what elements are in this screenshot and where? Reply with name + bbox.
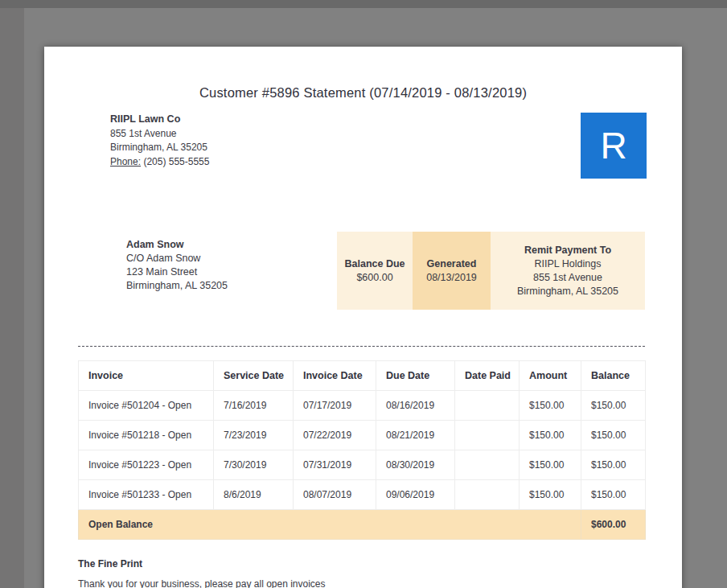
invoice-table: Invoice Service Date Invoice Date Due Da… bbox=[78, 360, 646, 540]
cell-amount: $150.00 bbox=[520, 421, 581, 450]
company-logo: R bbox=[581, 113, 647, 179]
cell-invoice-date: 07/17/2019 bbox=[294, 391, 376, 421]
balance-due-value: $600.00 bbox=[337, 271, 413, 285]
company-address-line2: Birmingham, AL 35205 bbox=[110, 141, 209, 155]
remit-name: RIIPL Holdings bbox=[491, 257, 645, 271]
col-header-amount: Amount bbox=[520, 361, 581, 391]
cell-invoice-date: 07/31/2019 bbox=[294, 450, 376, 480]
cell-invoice: Invoice #501204 - Open bbox=[79, 391, 214, 421]
fine-print-heading: The Fine Print bbox=[78, 558, 142, 569]
remit-label: Remit Payment To bbox=[491, 244, 645, 257]
dashed-divider bbox=[78, 346, 645, 347]
phone-number: (205) 555-5555 bbox=[143, 156, 209, 167]
customer-address-line2: Birmingham, AL 35205 bbox=[126, 279, 228, 293]
table-row: Invoice #501218 - Open 7/23/2019 07/22/2… bbox=[79, 421, 646, 450]
open-balance-value: $600.00 bbox=[581, 510, 646, 540]
remit-address2: Birmingham, AL 35205 bbox=[491, 285, 645, 298]
cell-amount: $150.00 bbox=[520, 480, 581, 510]
cell-due-date: 08/21/2019 bbox=[376, 421, 455, 450]
page-title: Customer #5896 Statement (07/14/2019 - 0… bbox=[44, 85, 682, 101]
company-logo-letter: R bbox=[600, 127, 626, 164]
cell-service-date: 7/30/2019 bbox=[214, 450, 294, 480]
cell-due-date: 08/30/2019 bbox=[376, 450, 455, 480]
company-phone-line: Phone: (205) 555-5555 bbox=[110, 155, 209, 170]
table-header-row: Invoice Service Date Invoice Date Due Da… bbox=[79, 361, 646, 391]
col-header-date-paid: Date Paid bbox=[455, 361, 520, 391]
col-header-balance: Balance bbox=[581, 361, 646, 391]
generated-value: 08/13/2019 bbox=[413, 271, 491, 285]
cell-amount: $150.00 bbox=[520, 450, 581, 480]
cell-date-paid bbox=[455, 450, 520, 480]
cell-invoice-date: 08/07/2019 bbox=[294, 480, 376, 510]
statement-page: Customer #5896 Statement (07/14/2019 - 0… bbox=[44, 47, 682, 588]
cell-balance: $150.00 bbox=[581, 391, 646, 421]
cell-balance: $150.00 bbox=[581, 450, 646, 480]
cell-invoice-date: 07/22/2019 bbox=[294, 421, 376, 450]
company-address-line1: 855 1st Avenue bbox=[110, 127, 209, 142]
cell-date-paid bbox=[455, 421, 520, 450]
customer-name: Adam Snow bbox=[126, 238, 228, 252]
summary-generated-cell: Generated 08/13/2019 bbox=[413, 232, 491, 310]
col-header-invoice: Invoice bbox=[79, 361, 214, 391]
col-header-due-date: Due Date bbox=[376, 361, 455, 391]
cell-service-date: 7/23/2019 bbox=[214, 421, 294, 450]
statement-summary-box: Balance Due $600.00 Generated 08/13/2019… bbox=[337, 232, 645, 310]
cell-due-date: 08/16/2019 bbox=[376, 391, 455, 421]
table-row: Invoice #501223 - Open 7/30/2019 07/31/2… bbox=[79, 450, 646, 480]
phone-label: Phone: bbox=[110, 156, 141, 167]
table-row: Invoice #501233 - Open 8/6/2019 08/07/20… bbox=[79, 480, 646, 510]
generated-label: Generated bbox=[413, 257, 491, 271]
table-row: Invoice #501204 - Open 7/16/2019 07/17/2… bbox=[79, 391, 646, 421]
cell-balance: $150.00 bbox=[581, 480, 646, 510]
customer-care-of: C/O Adam Snow bbox=[126, 252, 228, 265]
cell-balance: $150.00 bbox=[581, 421, 646, 450]
summary-remit-cell: Remit Payment To RIIPL Holdings 855 1st … bbox=[491, 232, 645, 310]
company-address-block: RIIPL Lawn Co 855 1st Avenue Birmingham,… bbox=[110, 113, 209, 169]
cell-date-paid bbox=[455, 391, 520, 421]
balance-due-label: Balance Due bbox=[337, 257, 413, 271]
col-header-service-date: Service Date bbox=[214, 361, 294, 391]
remit-address1: 855 1st Avenue bbox=[491, 271, 645, 285]
open-balance-row: Open Balance $600.00 bbox=[79, 510, 646, 540]
viewer-top-bar bbox=[0, 0, 727, 8]
cell-service-date: 7/16/2019 bbox=[214, 391, 294, 421]
cell-invoice: Invoice #501233 - Open bbox=[79, 480, 214, 510]
viewer-left-bar bbox=[0, 8, 24, 588]
open-balance-label: Open Balance bbox=[79, 510, 581, 540]
summary-balance-due-cell: Balance Due $600.00 bbox=[337, 232, 413, 310]
customer-address-block: Adam Snow C/O Adam Snow 123 Main Street … bbox=[126, 238, 228, 293]
customer-address-line1: 123 Main Street bbox=[126, 265, 228, 279]
col-header-invoice-date: Invoice Date bbox=[294, 361, 376, 391]
cell-date-paid bbox=[455, 480, 520, 510]
cell-due-date: 09/06/2019 bbox=[376, 480, 455, 510]
company-name: RIIPL Lawn Co bbox=[110, 113, 209, 127]
cell-amount: $150.00 bbox=[520, 391, 581, 421]
cell-service-date: 8/6/2019 bbox=[214, 480, 294, 510]
fine-print-text: Thank you for your business, please pay … bbox=[78, 578, 326, 588]
cell-invoice: Invoice #501223 - Open bbox=[79, 450, 214, 480]
cell-invoice: Invoice #501218 - Open bbox=[79, 421, 214, 450]
